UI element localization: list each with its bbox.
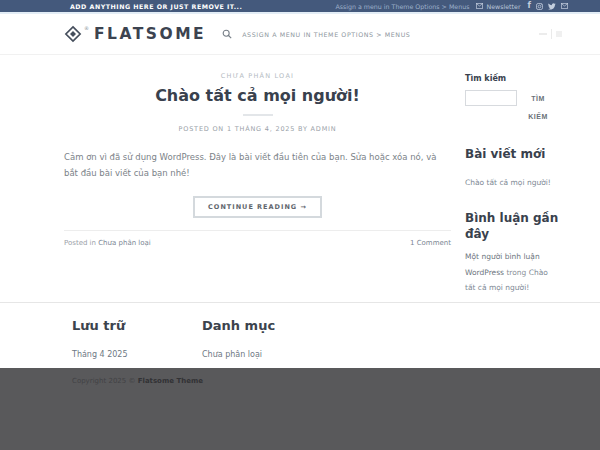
post-category-link[interactable]: CHƯA PHÂN LOẠI [64,72,451,80]
flatsome-gem-icon [64,25,82,43]
newsletter-label: Newsletter [486,3,520,10]
registered-mark: ® [84,25,89,31]
comment-connector: trong [504,268,529,277]
site-logo[interactable]: ® FLATSOME [64,25,206,43]
header-utility-divider [551,29,552,39]
footer-categories: Danh mục Chưa phân loại [202,318,332,368]
logo-text: FLATSOME [94,25,206,43]
main-content: CHƯA PHÂN LOẠI Chào tất cả mọi người! PO… [0,55,600,302]
instagram-icon[interactable] [536,3,543,10]
post-meta: POSTED ON 1 THÁNG 4, 2025 BY ADMIN [64,125,451,133]
search-widget-title: Tìm kiếm [465,74,560,83]
search-widget: TÌM KIẾM [465,90,560,126]
footer-archives: Lưu trữ Tháng 4 2025 [72,318,202,368]
posted-in: Posted in Chưa phân loại [64,239,151,247]
header-utility-icons [539,29,562,39]
post-footer-meta: Posted in Chưa phân loại 1 Comment [64,230,451,247]
archives-title: Lưu trữ [72,318,202,333]
topbar-right: Assign a menu in Theme Options > Menus N… [335,2,568,10]
copyright-brand: Flatsome Theme [138,377,203,385]
category-link[interactable]: Chưa phân loại [202,350,262,359]
site-header: ® FLATSOME ASSIGN A MENU IN THEME OPTION… [0,14,600,55]
newsletter-link[interactable]: Newsletter [476,3,520,10]
topbar-menu-link[interactable]: Assign a menu in Theme Options > Menus [335,3,469,10]
search-input[interactable] [465,90,517,106]
search-submit-button[interactable]: TÌM KIẾM [521,90,555,126]
facebook-icon[interactable]: f [528,2,531,10]
topbar-message: ADD ANYTHING HERE OR JUST REMOVE IT... [70,3,242,10]
nav-menu-placeholder[interactable]: ASSIGN A MENU IN THEME OPTIONS > MENUS [242,31,410,38]
recent-comments-title: Bình luận gần đây [465,210,560,242]
post-article: CHƯA PHÂN LOẠI Chào tất cả mọi người! PO… [64,72,451,302]
footer-widgets: Lưu trữ Tháng 4 2025 Danh mục Chưa phân … [0,302,600,368]
sidebar: Tìm kiếm TÌM KIẾM Bài viết mới Chào tất … [465,72,560,302]
title-divider [243,114,273,116]
recent-post-link[interactable]: Chào tất cả mọi người! [465,178,551,187]
post-excerpt: Cảm ơn vì đã sử dụng WordPress. Đây là b… [64,150,451,181]
absolute-footer: Copyright 2025 © Flatsome Theme [0,368,600,450]
comments-link[interactable]: 1 Comment [410,239,451,247]
social-icons: f [528,2,568,10]
categories-title: Danh mục [202,318,332,333]
topbar: ADD ANYTHING HERE OR JUST REMOVE IT... A… [0,0,600,14]
recent-posts-title: Bài viết mới [465,146,560,162]
email-icon[interactable] [561,3,568,9]
page: ADD ANYTHING HERE OR JUST REMOVE IT... A… [0,0,600,450]
continue-reading-button[interactable]: CONTINUE READING → [193,196,322,218]
header-utility-box-icon[interactable] [556,31,562,37]
archive-link[interactable]: Tháng 4 2025 [72,350,128,359]
copyright: Copyright 2025 © Flatsome Theme [72,377,528,385]
newsletter-envelope-icon [476,3,483,9]
recent-comment: Một người bình luận WordPress trong Chào… [465,249,560,295]
copyright-prefix: Copyright 2025 © [72,377,138,385]
posted-in-category-link[interactable]: Chưa phân loại [98,239,151,247]
post-title[interactable]: Chào tất cả mọi người! [64,86,451,105]
continue-wrap: CONTINUE READING → [64,194,451,218]
posted-in-label: Posted in [64,239,98,247]
header-utility-dash-icon[interactable] [539,33,547,35]
twitter-icon[interactable] [548,3,556,10]
search-icon[interactable] [222,29,232,39]
